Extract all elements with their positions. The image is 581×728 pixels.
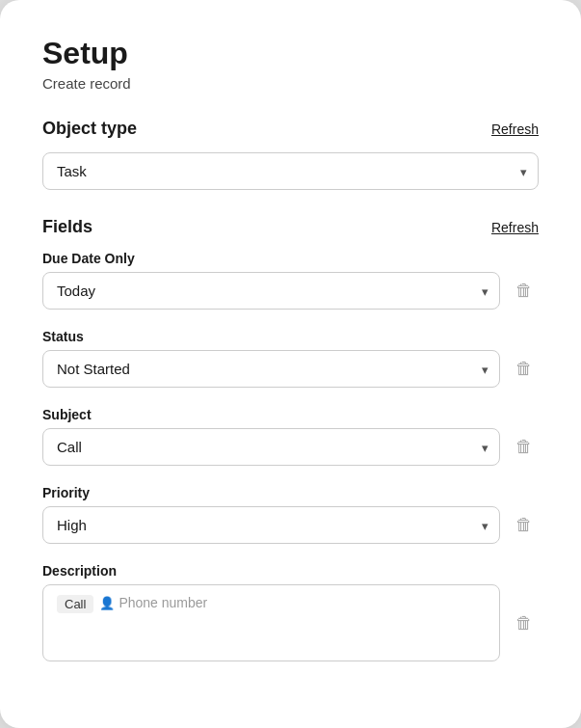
due-date-select[interactable]: Today Tomorrow This Week Custom: [42, 272, 500, 310]
due-date-trash-icon: 🗑: [515, 281, 533, 301]
status-label: Status: [42, 329, 539, 344]
priority-input-row: High Medium Low ▾ 🗑: [42, 506, 539, 544]
priority-label: Priority: [42, 485, 539, 500]
description-trash-icon: 🗑: [515, 613, 533, 634]
description-tag-text: Call: [65, 597, 86, 611]
fields-header: Fields Refresh: [42, 217, 539, 237]
object-type-select[interactable]: Task Contact Lead Deal: [42, 152, 539, 190]
fields-refresh-button[interactable]: Refresh: [491, 220, 539, 235]
status-field-row: Status Not Started In Progress Completed…: [42, 329, 539, 388]
priority-field-row: Priority High Medium Low ▾ 🗑: [42, 485, 539, 544]
subject-delete-button[interactable]: 🗑: [510, 431, 539, 463]
object-type-section: Object type Refresh Task Contact Lead De…: [42, 119, 539, 190]
description-tag: Call: [57, 595, 93, 613]
object-type-select-wrapper: Task Contact Lead Deal ▾: [42, 152, 539, 190]
fields-section: Fields Refresh Due Date Only Today Tomor…: [42, 217, 539, 661]
description-placeholder-wrapper: 👤 Phone number: [99, 595, 207, 610]
subject-label: Subject: [42, 407, 539, 422]
status-delete-button[interactable]: 🗑: [510, 353, 539, 385]
priority-delete-button[interactable]: 🗑: [510, 509, 539, 541]
subject-input-row: Call Email Meeting Task ▾ 🗑: [42, 428, 539, 466]
description-field[interactable]: Call 👤 Phone number: [42, 584, 500, 661]
priority-select-wrapper: High Medium Low ▾: [42, 506, 500, 544]
due-date-label: Due Date Only: [42, 251, 539, 266]
description-label: Description: [42, 563, 539, 579]
status-input-row: Not Started In Progress Completed Cancel…: [42, 350, 539, 388]
due-date-select-wrapper: Today Tomorrow This Week Custom ▾: [42, 272, 500, 310]
page-subtitle: Create record: [42, 75, 539, 92]
description-delete-button[interactable]: 🗑: [510, 607, 539, 639]
due-date-field-row: Due Date Only Today Tomorrow This Week C…: [42, 251, 539, 310]
status-select[interactable]: Not Started In Progress Completed Cancel…: [42, 350, 500, 388]
description-field-row: Description Call 👤 Phone number 🗑: [42, 563, 539, 661]
description-placeholder: Phone number: [119, 595, 207, 610]
setup-card: Setup Create record Object type Refresh …: [0, 0, 581, 728]
page-title: Setup: [42, 35, 539, 71]
object-type-refresh-button[interactable]: Refresh: [491, 121, 539, 137]
subject-trash-icon: 🗑: [515, 437, 533, 457]
fields-label: Fields: [42, 217, 92, 237]
description-input-row: Call 👤 Phone number 🗑: [42, 584, 539, 661]
priority-select[interactable]: High Medium Low: [42, 506, 500, 544]
person-icon: 👤: [99, 596, 115, 610]
status-trash-icon: 🗑: [515, 359, 533, 379]
due-date-input-row: Today Tomorrow This Week Custom ▾ 🗑: [42, 272, 539, 310]
object-type-label: Object type: [42, 119, 137, 139]
subject-select-wrapper: Call Email Meeting Task ▾: [42, 428, 500, 466]
object-type-header: Object type Refresh: [42, 119, 539, 139]
subject-select[interactable]: Call Email Meeting Task: [42, 428, 500, 466]
status-select-wrapper: Not Started In Progress Completed Cancel…: [42, 350, 500, 388]
subject-field-row: Subject Call Email Meeting Task ▾ 🗑: [42, 407, 539, 466]
priority-trash-icon: 🗑: [515, 515, 533, 535]
due-date-delete-button[interactable]: 🗑: [510, 275, 539, 307]
